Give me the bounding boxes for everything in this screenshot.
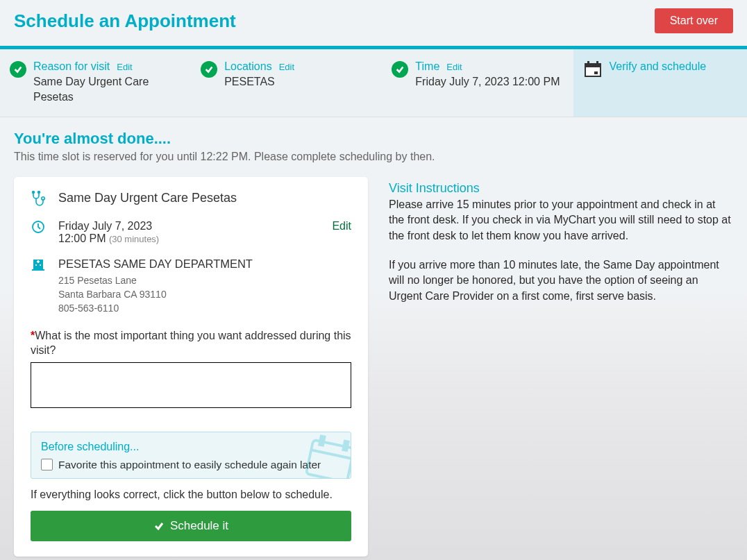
instructions-column: Visit Instructions Please arrive 15 minu… <box>389 177 733 318</box>
step-reason: Reason for visit Edit Same Day Urgent Ca… <box>0 49 191 117</box>
step-reason-title: Reason for visit <box>33 60 110 73</box>
almost-done-heading: You're almost done.... <box>14 130 733 148</box>
svg-point-6 <box>38 191 40 193</box>
svg-point-5 <box>33 191 35 193</box>
appointment-duration: (30 minutes) <box>109 234 159 244</box>
start-over-button[interactable]: Start over <box>655 8 733 33</box>
step-verify: Verify and schedule <box>573 49 747 117</box>
step-reason-edit[interactable]: Edit <box>117 62 132 72</box>
favorite-label: Favorite this appointment to easily sche… <box>58 459 321 471</box>
svg-rect-11 <box>37 260 39 263</box>
svg-rect-12 <box>32 269 44 271</box>
before-scheduling-title: Before scheduling... <box>41 441 341 453</box>
svg-rect-13 <box>35 264 37 266</box>
edit-time-link[interactable]: Edit <box>332 220 351 232</box>
calendar-bg-icon <box>301 432 351 479</box>
stethoscope-icon <box>31 191 46 207</box>
schedule-button-label: Schedule it <box>170 519 228 533</box>
svg-rect-4 <box>594 71 598 74</box>
phone-number: 805-563-6110 <box>58 301 351 315</box>
step-reason-value: Same Day Urgent Care Pesetas <box>33 74 181 105</box>
calendar-icon <box>583 60 603 78</box>
address-line1: 215 Pesetas Lane <box>58 273 351 287</box>
check-icon <box>10 61 26 78</box>
before-scheduling-box: Before scheduling... Favorite this appoi… <box>31 432 351 479</box>
clock-icon <box>31 220 46 234</box>
reason-question-label: *What is the most important thing you wa… <box>31 328 351 358</box>
visit-name: Same Day Urgent Care Pesetas <box>58 191 351 205</box>
confirm-text: If everything looks correct, click the b… <box>31 489 351 501</box>
reason-textarea[interactable] <box>31 362 351 408</box>
page-title: Schedule an Appointment <box>14 10 236 32</box>
schedule-button[interactable]: Schedule it <box>31 511 351 541</box>
svg-rect-2 <box>587 61 589 65</box>
favorite-row[interactable]: Favorite this appointment to easily sche… <box>41 459 341 471</box>
department-name: PESETAS SAME DAY DEPARTMENT <box>58 257 351 271</box>
step-time-value: Friday July 7, 2023 12:00 PM <box>415 74 560 90</box>
step-locations-value: PESETAS <box>224 74 294 90</box>
workflow-steps: Reason for visit Edit Same Day Urgent Ca… <box>0 49 747 117</box>
instructions-p1: Please arrive 15 minutes prior to your a… <box>389 197 733 244</box>
svg-rect-14 <box>40 264 41 266</box>
hospital-icon <box>31 257 46 271</box>
favorite-checkbox[interactable] <box>41 459 53 470</box>
step-time: Time Edit Friday July 7, 2023 12:00 PM <box>382 49 573 117</box>
step-locations: Locations Edit PESETAS <box>191 49 382 117</box>
step-time-edit[interactable]: Edit <box>446 62 462 72</box>
step-time-title: Time <box>415 60 439 73</box>
step-verify-title: Verify and schedule <box>610 60 707 73</box>
svg-rect-3 <box>596 61 598 65</box>
svg-rect-17 <box>319 436 324 445</box>
check-icon <box>392 61 408 78</box>
appointment-time: 12:00 PM <box>58 232 106 244</box>
instructions-title: Visit Instructions <box>389 181 733 196</box>
address-line2: Santa Barbara CA 93110 <box>58 287 351 301</box>
reserved-notice: This time slot is reserved for you until… <box>14 151 733 163</box>
instructions-p2: If you arrive more than 10 minutes late,… <box>389 257 733 304</box>
svg-point-7 <box>42 197 44 200</box>
appointment-date: Friday July 7, 2023 <box>58 220 159 232</box>
appointment-card: Same Day Urgent Care Pesetas Friday July… <box>14 177 368 557</box>
step-locations-edit[interactable]: Edit <box>279 62 294 72</box>
svg-rect-18 <box>343 441 348 450</box>
check-icon <box>201 61 217 78</box>
check-icon <box>153 520 165 532</box>
header-bar: Schedule an Appointment Start over <box>0 0 747 49</box>
step-locations-title: Locations <box>224 60 272 73</box>
